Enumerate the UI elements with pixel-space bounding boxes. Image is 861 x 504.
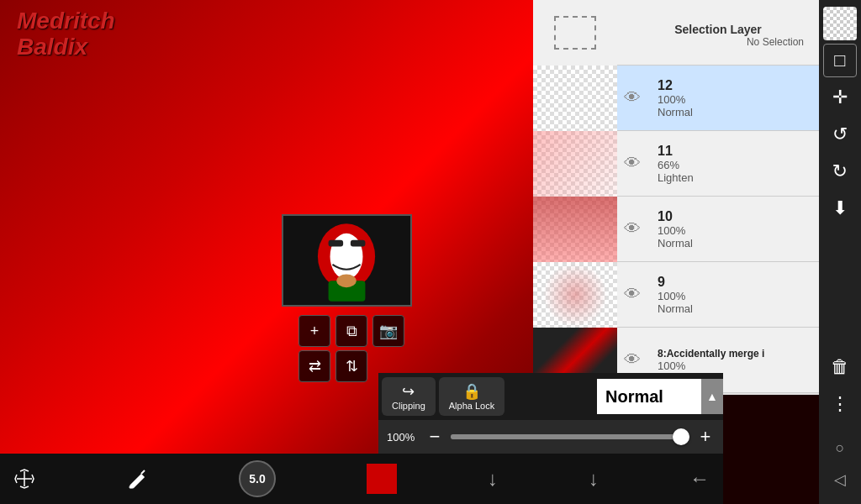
layer-panel: Selection Layer No Selection 👁 12 100% N… — [533, 0, 819, 395]
blend-mode-arrow[interactable]: ▲ — [701, 379, 723, 414]
layer-8-visibility[interactable]: 👁 — [617, 345, 647, 375]
delete-button[interactable]: 🗑 — [823, 350, 857, 384]
opacity-row: 100% − + — [378, 420, 723, 454]
layer-12-thumb — [533, 66, 617, 131]
flatten-down-button[interactable]: ⬇ — [823, 192, 857, 225]
selection-layer[interactable]: Selection Layer No Selection — [533, 0, 819, 66]
layer-9-visibility[interactable]: 👁 — [617, 280, 647, 310]
add-layer-button[interactable]: + — [298, 315, 330, 347]
duplicate-layer-button[interactable]: ⧉ — [335, 315, 367, 347]
more-options-button[interactable]: ⋮ — [823, 387, 857, 421]
layer-12-info: 12 100% Normal — [651, 73, 819, 123]
down-arrow-button-1[interactable]: ↓ — [488, 467, 498, 491]
checker-pattern-button[interactable] — [823, 7, 857, 40]
layer-10[interactable]: 👁 10 100% Normal — [533, 197, 819, 262]
bottom-toolbar: 5.0 ↓ ↓ ← — [0, 454, 723, 504]
layer-9[interactable]: 👁 9 100% Normal — [533, 262, 819, 328]
transform-button[interactable]: □ — [823, 44, 857, 77]
android-back-button[interactable]: ◁ — [834, 470, 846, 489]
layer-11[interactable]: 👁 11 66% Lighten — [533, 131, 819, 197]
layer-10-mode: Normal — [658, 237, 812, 249]
selection-thumb — [533, 0, 617, 66]
blend-mode-display: Normal — [597, 379, 701, 414]
layer-10-opacity: 100% — [658, 224, 812, 237]
layer-9-opacity: 100% — [658, 290, 812, 302]
layer-8-info: 8:Accidentally merge i 100% — [651, 343, 819, 377]
svg-rect-3 — [329, 240, 344, 247]
layer-12-name: 12 — [658, 78, 812, 93]
move-button[interactable]: ✛ — [823, 81, 857, 114]
undo-button[interactable]: ↺ — [823, 118, 857, 151]
layer-11-info: 11 66% Lighten — [651, 139, 819, 189]
down-arrow-button-2[interactable]: ↓ — [589, 467, 599, 491]
layer-10-name: 10 — [658, 209, 812, 224]
selection-info: Selection Layer No Selection — [617, 13, 819, 53]
layer-9-thumb — [533, 262, 617, 328]
clipping-alphalock-row: ↪ Clipping 🔒 Alpha Lock — [378, 373, 597, 420]
screenshot-button[interactable]: 📷 — [372, 315, 404, 347]
flip-horizontal-button[interactable]: ⇄ — [298, 350, 330, 382]
layer-9-mode: Normal — [658, 302, 812, 315]
layer-10-info: 10 100% Normal — [651, 204, 819, 255]
layer-12-mode: Normal — [658, 106, 812, 118]
opacity-value: 100% — [387, 431, 419, 444]
right-toolbar: □ ✛ ↺ ↺ ⬇ 🗑 ⋮ ○ ◁ — [819, 0, 861, 504]
layer-11-visibility[interactable]: 👁 — [617, 149, 647, 179]
layer-10-thumb — [533, 197, 617, 262]
watermark: Medritch Baldix — [17, 8, 115, 60]
layer-12[interactable]: 👁 12 100% Normal — [533, 66, 819, 131]
back-arrow-button[interactable]: ← — [689, 467, 710, 491]
android-circle-button[interactable]: ○ — [836, 439, 845, 457]
opacity-minus-button[interactable]: − — [425, 426, 444, 448]
layer-11-thumb — [533, 131, 617, 197]
layer-8-opacity: 100% — [658, 360, 812, 372]
layer-11-mode: Lighten — [658, 171, 812, 184]
layer-10-visibility[interactable]: 👁 — [617, 214, 647, 244]
selection-indicator — [554, 16, 596, 50]
layer-9-info: 9 100% Normal — [651, 270, 819, 320]
transform-tool-button[interactable] — [13, 468, 35, 490]
opacity-thumb — [673, 428, 689, 445]
layer-9-name: 9 — [658, 275, 812, 290]
android-nav: ○ ◁ — [834, 431, 846, 497]
canvas-thumbnail — [282, 214, 412, 307]
svg-point-6 — [336, 275, 356, 288]
selection-layer-title: Selection Layer — [624, 18, 812, 36]
clipping-button[interactable]: ↪ Clipping — [382, 377, 436, 416]
flip-vertical-button[interactable]: ⇅ — [335, 350, 367, 382]
opacity-fill — [451, 434, 689, 439]
alpha-lock-button[interactable]: 🔒 Alpha Lock — [439, 377, 504, 416]
selection-layer-sub: No Selection — [624, 36, 812, 48]
svg-line-7 — [141, 470, 145, 474]
layer-tools: + ⧉ 📷 ⇄ ⇅ — [298, 315, 404, 382]
layer-8-name: 8:Accidentally merge i — [658, 348, 812, 360]
layer-11-name: 11 — [658, 144, 812, 159]
opacity-plus-button[interactable]: + — [696, 426, 715, 448]
layer-12-visibility[interactable]: 👁 — [617, 83, 647, 113]
svg-rect-4 — [351, 240, 366, 247]
brush-size-display[interactable]: 5.0 — [239, 460, 276, 497]
color-picker-button[interactable] — [367, 464, 397, 494]
redo-button[interactable]: ↺ — [823, 155, 857, 188]
layer-11-opacity: 66% — [658, 159, 812, 171]
brush-tool-button[interactable] — [126, 468, 148, 490]
blend-mode-row: Normal ▲ — [597, 373, 723, 420]
opacity-slider[interactable] — [451, 434, 689, 439]
layer-12-opacity: 100% — [658, 93, 812, 106]
